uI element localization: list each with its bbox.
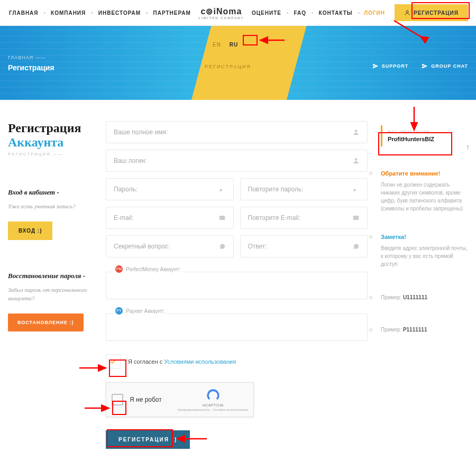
- email2-field[interactable]: [240, 207, 368, 229]
- recaptcha: Я не робот reCAPTCHA Конфиденциальность …: [106, 382, 254, 417]
- logo-text: c⊚iNoma: [192, 6, 251, 16]
- example-payeer: Пример: P1111111: [381, 327, 468, 333]
- payeer-icon: PY: [115, 307, 123, 315]
- send-icon: [422, 63, 428, 69]
- password-field[interactable]: [106, 178, 234, 200]
- recaptcha-label: Я не робот: [130, 396, 178, 403]
- password-input[interactable]: [114, 186, 218, 193]
- top-nav: ГЛАВНАЯ• КОМПАНИЯ• ИНВЕСТОРАМ• ПАРТНЕРАМ…: [0, 0, 476, 26]
- recaptcha-checkbox[interactable]: [112, 394, 123, 405]
- fullname-input[interactable]: [114, 128, 352, 136]
- pm-field[interactable]: [106, 272, 368, 299]
- note-login: Обратите внимание! Логин не должен содер…: [381, 170, 468, 213]
- chat-icon: [218, 243, 226, 250]
- referrer-label: ВАС ПРИГЛАСИЛ:: [388, 130, 463, 134]
- payeer-field[interactable]: [106, 313, 368, 341]
- user-icon: [352, 157, 360, 164]
- note-email: Заметка! Введите адрес электронной почты…: [381, 234, 468, 268]
- email-input[interactable]: [114, 214, 218, 222]
- note2-title: Заметка!: [381, 234, 468, 240]
- submit-button[interactable]: РЕГИСТРАЦИЯ :): [106, 430, 190, 449]
- email2-input[interactable]: [248, 214, 353, 222]
- agree-label: Я согласен с Условиями использования: [128, 358, 236, 365]
- recaptcha-icon: [206, 388, 221, 403]
- fullname-field[interactable]: [106, 121, 368, 143]
- key-icon: [352, 186, 360, 193]
- note1-title: Обратите внимание!: [381, 170, 468, 177]
- hero-register-label: РЕГИСТРАЦИЯ: [205, 64, 251, 69]
- recaptcha-logo: reCAPTCHA Конфиденциальность - Условия и…: [178, 388, 248, 411]
- group-chat-link[interactable]: GROUP CHAT: [422, 63, 468, 69]
- login-heading: Вход в кабинет -: [8, 188, 95, 197]
- agree-checkbox[interactable]: [106, 354, 121, 369]
- hero-title: Регистрация: [8, 63, 54, 72]
- user-icon: [404, 10, 410, 16]
- nav-investors[interactable]: ИНВЕСТОРАМ: [97, 8, 142, 18]
- breadcrumb[interactable]: ГЛАВНАЯ ——: [8, 55, 54, 60]
- login-button[interactable]: ВХОД :): [8, 222, 52, 240]
- payeer-input[interactable]: [114, 324, 360, 331]
- password2-input[interactable]: [248, 186, 353, 193]
- page-title-2: Аккаунта: [8, 135, 95, 150]
- key-icon: [218, 186, 226, 193]
- nav-contacts[interactable]: КОНТАКТЫ: [318, 8, 354, 18]
- terms-link[interactable]: Условиями использования: [164, 358, 236, 365]
- email-field[interactable]: [106, 207, 234, 229]
- secret-input[interactable]: [114, 243, 218, 250]
- check-icon: [109, 358, 117, 365]
- login-field[interactable]: [106, 150, 368, 172]
- payeer-label: PYPayeer Аккаунт:: [113, 307, 167, 315]
- note2-text: Введите адрес электронной почты, к котор…: [381, 244, 468, 268]
- nav-home[interactable]: ГЛАВНАЯ: [8, 8, 40, 18]
- password2-field[interactable]: [240, 178, 368, 200]
- recover-heading: Восстановление пароля -: [8, 272, 95, 280]
- recover-button[interactable]: ВОСТАНОВЛЕНИЕ :): [8, 313, 84, 331]
- page-subtitle: РЕГИСТРАЦИЯ ——: [8, 152, 95, 156]
- logo[interactable]: c⊚iNoma LIMITED COMPANY: [192, 6, 251, 20]
- svg-point-1: [355, 130, 358, 132]
- recover-desc: Забыл пароль от персонального аккаунта?: [8, 285, 95, 303]
- login-link[interactable]: ЛОГИН: [364, 10, 385, 16]
- secret-field[interactable]: [106, 235, 234, 257]
- nav-partners[interactable]: ПАРТНЕРАМ: [152, 8, 192, 18]
- answer-input[interactable]: [248, 243, 353, 250]
- register-button-label: РЕГИСТРАЦИЯ: [414, 10, 459, 16]
- nav-faq[interactable]: FAQ: [292, 8, 307, 18]
- referrer-name: ProfitHuntersBIZ: [388, 136, 463, 142]
- svg-point-3: [219, 189, 222, 191]
- login-desc: Уже есть учетная запись?: [8, 202, 95, 211]
- pm-label: PMPerfectMoney Аккаунт:: [113, 265, 182, 273]
- mail-icon: [218, 214, 226, 222]
- svg-point-0: [406, 11, 408, 13]
- svg-point-2: [355, 158, 358, 161]
- register-button[interactable]: РЕГИСТРАЦИЯ: [395, 4, 468, 21]
- hero-banner: ГЛАВНАЯ —— Регистрация EN RU РЕГИСТРАЦИЯ…: [0, 26, 476, 100]
- pm-input[interactable]: [114, 282, 360, 289]
- pm-icon: PM: [115, 265, 123, 273]
- login-input[interactable]: [114, 157, 352, 164]
- lang-en[interactable]: EN: [209, 41, 224, 49]
- page-title-1: Регистрация: [8, 121, 95, 135]
- send-icon: [372, 63, 379, 69]
- answer-field[interactable]: [240, 235, 368, 257]
- example-pm: Пример: U1111111: [381, 294, 468, 300]
- nav-company[interactable]: КОМПАНИЯ: [50, 8, 87, 18]
- referrer-box: ВАС ПРИГЛАСИЛ: ProfitHuntersBIZ: [381, 125, 468, 146]
- lang-ru[interactable]: RU: [226, 41, 241, 49]
- support-link[interactable]: SUPPORT: [372, 63, 409, 69]
- user-icon: [352, 128, 360, 136]
- chat-icon: [352, 243, 360, 250]
- logo-subtitle: LIMITED COMPANY: [192, 16, 251, 20]
- mail-icon: [352, 214, 360, 222]
- nav-rate[interactable]: ОЦЕНИТЕ: [251, 8, 282, 18]
- note1-text: Логин не должен содержать никаких других…: [381, 181, 468, 213]
- language-switch: EN RU: [209, 42, 241, 48]
- svg-point-4: [353, 189, 356, 191]
